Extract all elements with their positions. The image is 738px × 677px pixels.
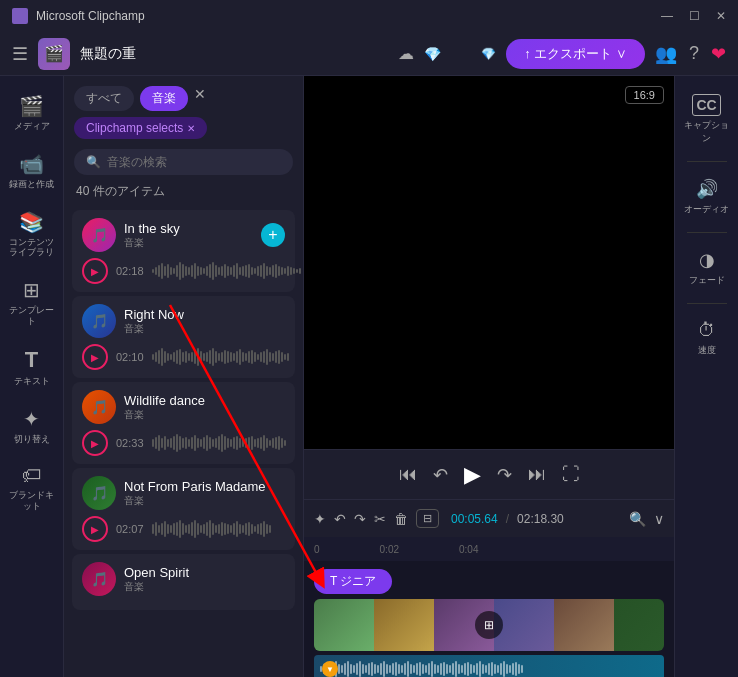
sidebar-item-text[interactable]: T テキスト [4,339,60,395]
record-icon: 📹 [19,152,44,176]
timeline-tracks: T ジニア ⊞ ▼ [304,561,674,677]
video-thumb-2 [374,599,434,651]
playback-controls: ⏮ ↶ ▶ ↷ ⏭ ⛶ [304,449,674,499]
timeline-split-button[interactable]: ⊟ [416,509,439,528]
music-item-2-subtitle: 音楽 [124,322,285,336]
sidebar-item-transitions[interactable]: ✦ 切り替え [4,399,60,453]
help-icon[interactable]: ? [689,43,699,64]
hamburger-menu[interactable]: ☰ [12,43,28,65]
seek-start-button[interactable]: ⏮ [399,464,417,485]
audio-icon: 🔊 [696,178,718,200]
tool-captions-label: キャプション [683,119,731,145]
sidebar-item-media[interactable]: 🎬 メディア [4,86,60,140]
right-sidebar: CC キャプション 🔊 オーディオ ◑ フェード ⏱ 速度 [674,76,738,677]
seek-end-button[interactable]: ⏭ [528,464,546,485]
filter-tabs: すべて 音楽 ✕ [64,76,303,117]
tool-audio[interactable]: 🔊 オーディオ [679,170,735,224]
music-item-2[interactable]: 🎵 Right Now 音楽 ▶ 02:10 [72,296,295,378]
seek-end-icon: ⏭ [528,464,546,484]
music-item-2-waveform [152,347,289,367]
music-item-2-duration: 02:10 [116,351,144,363]
timeline-redo-button[interactable]: ↷ [354,511,366,527]
tool-fade[interactable]: ◑ フェード [679,241,735,295]
music-item-1-add-button[interactable]: + [261,223,285,247]
music-item-5[interactable]: 🎵 Open Spirit 音楽 [72,554,295,610]
skip-back-icon: ↶ [433,465,448,485]
music-item-2-play-button[interactable]: ▶ [82,344,108,370]
music-item-5-header: 🎵 Open Spirit 音楽 [82,562,285,596]
window-controls[interactable]: — ☐ ✕ [661,9,726,23]
music-item-1[interactable]: 🎵 In the sky 音楽 + ▶ 02:18 [72,210,295,292]
video-thumb-1 [314,599,374,651]
tool-captions[interactable]: CC キャプション [679,86,735,153]
text-track: T ジニア [314,567,664,595]
timeline-zoom-button[interactable]: 🔍 [629,511,646,527]
video-preview [304,76,674,449]
toolbar-right-actions: 👥 ? ❤ [655,43,726,65]
music-item-4-play-button[interactable]: ▶ [82,516,108,542]
export-button[interactable]: ↑ エクスポート ∨ [506,39,645,69]
video-thumb-4 [494,599,554,651]
timeline-undo-button[interactable]: ↶ [334,511,346,527]
tool-separator-2 [687,232,727,233]
app-icon [12,8,28,24]
sidebar-item-record[interactable]: 📹 録画と作成 [4,144,60,198]
timeline-expand-button[interactable]: ∨ [654,511,664,527]
sidebar-item-templates[interactable]: ⊞ テンプレート [4,270,60,335]
music-item-3[interactable]: 🎵 Wildlife dance 音楽 ▶ 02:33 [72,382,295,464]
music-item-4-thumb: 🎵 [82,476,116,510]
cloud-save-icon[interactable]: ☁ [398,44,414,63]
music-item-5-info: Open Spirit 音楽 [124,565,285,594]
music-item-4-controls: ▶ 02:07 [82,516,285,542]
music-item-3-subtitle: 音楽 [124,408,285,422]
music-item-2-thumb: 🎵 [82,304,116,338]
skip-forward-button[interactable]: ↷ [497,464,512,486]
skip-back-button[interactable]: ↶ [433,464,448,486]
tool-audio-label: オーディオ [684,203,729,216]
tool-speed[interactable]: ⏱ 速度 [679,312,735,365]
music-item-1-subtitle: 音楽 [124,236,253,250]
music-item-1-controls: ▶ 02:18 [82,258,285,284]
video-thumb-5 [554,599,614,651]
project-title[interactable]: 無題の重 [80,45,388,63]
fullscreen-button[interactable]: ⛶ [562,464,580,485]
clipchamp-selects-tag[interactable]: Clipchamp selects ✕ [74,117,207,139]
sidebar-text-label: テキスト [14,376,50,387]
tool-separator-1 [687,161,727,162]
sidebar-item-brand[interactable]: 🏷 ブランドキット [4,456,60,520]
tool-separator-3 [687,303,727,304]
sidebar-record-label: 録画と作成 [9,179,54,190]
music-item-4-title: Not From Paris Madame [124,479,285,494]
aspect-ratio-badge: 16:9 [625,86,664,104]
search-input[interactable] [107,155,281,169]
filter-close-icon[interactable]: ✕ [194,86,206,111]
music-item-4-subtitle: 音楽 [124,494,285,508]
skip-forward-icon: ↷ [497,465,512,485]
filter-all[interactable]: すべて [74,86,134,111]
main-toolbar: ☰ 🎬 無題の重 ☁ 💎 💎 ↑ エクスポート ∨ 👥 ? ❤ [0,32,738,76]
music-item-2-header: 🎵 Right Now 音楽 [82,304,285,338]
play-button[interactable]: ▶ [464,462,481,488]
music-item-4[interactable]: 🎵 Not From Paris Madame 音楽 ▶ 02:07 [72,468,295,550]
audio-track[interactable]: ▼ [314,655,664,677]
share-icon[interactable]: 👥 [655,43,677,65]
close-button[interactable]: ✕ [716,9,726,23]
video-track-icon: ⊞ [475,611,503,639]
app-title: Microsoft Clipchamp [36,9,145,23]
maximize-button[interactable]: ☐ [689,9,700,23]
heart-icon[interactable]: ❤ [711,43,726,65]
video-track[interactable]: ⊞ [314,599,664,651]
music-item-1-title: In the sky [124,221,253,236]
timeline-add-button[interactable]: ✦ [314,511,326,527]
filter-music[interactable]: 音楽 [140,86,188,111]
text-track-pill[interactable]: T ジニア [314,569,392,594]
timeline-delete-button[interactable]: 🗑 [394,511,408,527]
media-icon: 🎬 [19,94,44,118]
minimize-button[interactable]: — [661,9,673,23]
sidebar-item-library[interactable]: 📚 コンテンツライブラリ [4,202,60,267]
search-icon: 🔍 [86,155,101,169]
music-item-3-play-button[interactable]: ▶ [82,430,108,456]
music-item-1-play-button[interactable]: ▶ [82,258,108,284]
timeline-cut-button[interactable]: ✂ [374,511,386,527]
tag-close-icon[interactable]: ✕ [187,123,195,134]
